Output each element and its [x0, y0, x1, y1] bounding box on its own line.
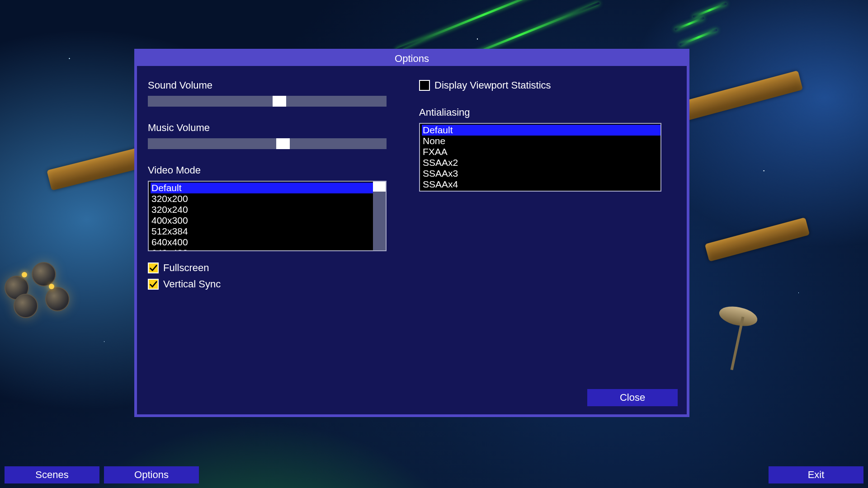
- video-mode-scrollbar[interactable]: [373, 182, 386, 250]
- vsync-label: Vertical Sync: [163, 278, 221, 290]
- antialiasing-option[interactable]: Default: [422, 125, 660, 136]
- video-mode-option[interactable]: Default: [151, 183, 373, 193]
- options-button[interactable]: Options: [104, 466, 199, 483]
- laser-streak: [675, 17, 705, 31]
- scenes-button[interactable]: Scenes: [5, 466, 99, 483]
- video-mode-option[interactable]: 320x200: [151, 193, 373, 204]
- music-volume-label: Music Volume: [148, 122, 387, 134]
- options-dialog: Options Sound Volume Music Volume Video …: [134, 49, 689, 417]
- video-mode-option[interactable]: 400x300: [151, 215, 373, 226]
- spaceship-decor: [705, 217, 810, 262]
- antialiasing-listbox[interactable]: DefaultNoneFXAASSAAx2SSAAx3SSAAx4: [419, 123, 661, 192]
- antialiasing-option[interactable]: SSAAx4: [422, 179, 660, 190]
- antialiasing-option[interactable]: SSAAx3: [422, 168, 660, 179]
- video-mode-label: Video Mode: [148, 164, 387, 176]
- vsync-checkbox[interactable]: [148, 279, 159, 290]
- laser-streak: [693, 2, 727, 18]
- antialiasing-option[interactable]: SSAAx2: [422, 157, 660, 168]
- display-stats-label: Display Viewport Statistics: [434, 80, 551, 91]
- antialiasing-option[interactable]: FXAA: [422, 146, 660, 157]
- display-stats-checkbox[interactable]: [419, 80, 430, 91]
- antenna-decor: [705, 307, 769, 380]
- checkmark-icon: [149, 280, 157, 288]
- video-mode-option[interactable]: 512x384: [151, 226, 373, 237]
- checkmark-icon: [149, 264, 157, 272]
- video-mode-option[interactable]: 640x400: [151, 237, 373, 248]
- antialiasing-label: Antialiasing: [419, 107, 661, 118]
- laser-streak: [395, 0, 572, 51]
- sound-volume-slider[interactable]: [148, 96, 387, 107]
- exit-button[interactable]: Exit: [769, 466, 863, 483]
- video-mode-option[interactable]: 320x240: [151, 204, 373, 215]
- video-mode-option[interactable]: 640x480: [151, 248, 373, 250]
- video-mode-listbox[interactable]: Default320x200320x240400x300512x384640x4…: [148, 181, 387, 251]
- laser-streak: [679, 28, 717, 46]
- dialog-title: Options: [137, 52, 687, 66]
- sound-volume-label: Sound Volume: [148, 80, 387, 91]
- station-decor: [5, 244, 81, 316]
- close-button[interactable]: Close: [587, 389, 678, 406]
- music-volume-slider[interactable]: [148, 138, 387, 149]
- fullscreen-label: Fullscreen: [163, 262, 209, 274]
- spaceship-decor: [680, 70, 803, 121]
- fullscreen-checkbox[interactable]: [148, 263, 159, 273]
- antialiasing-option[interactable]: None: [422, 136, 660, 146]
